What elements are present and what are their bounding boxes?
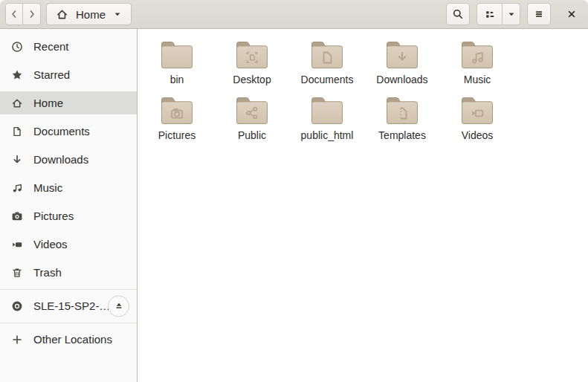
sidebar-item-recent[interactable]: Recent <box>0 35 137 58</box>
file-label: Public <box>238 129 266 141</box>
sidebar: RecentStarredHomeDocumentsDownloadsMusic… <box>0 29 138 382</box>
close-icon <box>566 8 578 20</box>
caret-down-icon <box>113 10 122 19</box>
eject-button[interactable] <box>108 295 129 317</box>
file-label: Downloads <box>376 74 427 85</box>
sidebar-item-starred[interactable]: Starred <box>0 63 137 86</box>
sidebar-item-label: Music <box>33 181 62 194</box>
home-icon <box>11 97 23 109</box>
nav-button-group <box>5 3 41 25</box>
forward-button[interactable] <box>23 3 41 25</box>
sidebar-item-pictures[interactable]: Pictures <box>0 204 137 227</box>
chevron-left-icon <box>8 8 20 20</box>
folder-icon <box>459 95 495 126</box>
clock-icon <box>11 41 23 53</box>
file-label: Desktop <box>233 74 271 85</box>
file-label: Documents <box>301 74 354 85</box>
file-item-music[interactable]: Music <box>442 39 513 85</box>
hamburger-icon <box>533 8 545 20</box>
view-toggle-button[interactable] <box>476 3 503 25</box>
folder-icon <box>384 39 420 71</box>
sidebar-item-label: Home <box>33 97 63 109</box>
folder-icon <box>159 39 195 71</box>
sidebar-item-other-locations[interactable]: Other Locations <box>0 328 137 351</box>
file-label: Pictures <box>158 129 196 141</box>
eject-icon <box>113 301 125 311</box>
file-item-public_html[interactable]: public_html <box>291 95 363 141</box>
file-item-downloads[interactable]: Downloads <box>366 39 438 85</box>
sidebar-divider <box>0 289 137 290</box>
file-label: Templates <box>378 129 426 141</box>
plus-icon <box>11 334 23 346</box>
folder-icon <box>234 95 270 126</box>
close-window-button[interactable] <box>560 3 583 25</box>
file-label: public_html <box>301 129 354 141</box>
file-item-documents[interactable]: Documents <box>291 39 363 85</box>
sidebar-divider <box>0 323 137 323</box>
document-icon <box>11 126 23 137</box>
other-locations-label: Other Locations <box>33 333 112 346</box>
file-grid: binDesktopDocumentsDownloadsMusicPicture… <box>138 29 588 382</box>
path-label: Home <box>76 8 106 21</box>
folder-icon <box>309 95 345 126</box>
sidebar-item-label: Downloads <box>33 153 88 166</box>
sidebar-item-downloads[interactable]: Downloads <box>0 148 137 171</box>
folder-icon <box>459 39 495 71</box>
download-arrow-icon <box>11 154 23 166</box>
sidebar-item-label: Trash <box>33 266 62 279</box>
home-icon <box>56 8 68 21</box>
sidebar-item-documents[interactable]: Documents <box>0 120 137 143</box>
chevron-right-icon <box>26 8 38 20</box>
file-label: Music <box>464 74 491 85</box>
file-item-videos[interactable]: Videos <box>442 95 513 141</box>
file-manager-window: Home <box>0 0 588 382</box>
headerbar: Home <box>0 0 588 29</box>
optical-disc-icon <box>11 300 23 312</box>
back-button[interactable] <box>5 3 23 25</box>
search-button[interactable] <box>446 3 470 25</box>
file-item-desktop[interactable]: Desktop <box>216 39 288 85</box>
file-item-templates[interactable]: Templates <box>366 95 438 141</box>
view-button-group <box>476 3 520 25</box>
file-item-public[interactable]: Public <box>216 95 288 141</box>
list-view-icon <box>484 8 496 20</box>
file-label: bin <box>170 74 184 85</box>
camera-icon <box>11 210 23 222</box>
hamburger-menu-button[interactable] <box>527 3 551 25</box>
view-options-dropdown[interactable] <box>503 3 520 25</box>
file-item-bin[interactable]: bin <box>141 39 213 85</box>
folder-icon <box>234 39 270 71</box>
file-item-pictures[interactable]: Pictures <box>141 95 213 141</box>
app-body: RecentStarredHomeDocumentsDownloadsMusic… <box>0 29 588 382</box>
sidebar-item-label: Recent <box>33 40 69 53</box>
file-label: Videos <box>462 129 494 141</box>
sidebar-list: RecentStarredHomeDocumentsDownloadsMusic… <box>0 35 137 284</box>
star-icon <box>11 69 23 81</box>
search-icon <box>452 8 464 20</box>
sidebar-item-label: Documents <box>33 125 90 137</box>
music-note-icon <box>11 182 23 194</box>
volume-label: SLE-15-SP2-… <box>33 300 110 312</box>
sidebar-item-label: Videos <box>33 238 68 250</box>
sidebar-item-label: Starred <box>33 68 70 81</box>
folder-icon <box>384 95 420 126</box>
folder-icon <box>309 39 345 71</box>
video-icon <box>11 239 23 250</box>
trash-icon <box>11 267 23 279</box>
sidebar-item-volume[interactable]: SLE-15-SP2-… <box>0 294 137 317</box>
sidebar-item-music[interactable]: Music <box>0 176 137 199</box>
sidebar-item-trash[interactable]: Trash <box>0 261 137 284</box>
caret-down-icon <box>507 10 516 19</box>
folder-icon <box>159 95 195 126</box>
path-bar-button[interactable]: Home <box>46 3 132 25</box>
sidebar-item-videos[interactable]: Videos <box>0 233 137 256</box>
sidebar-item-label: Pictures <box>33 210 74 222</box>
sidebar-item-home[interactable]: Home <box>0 91 137 114</box>
